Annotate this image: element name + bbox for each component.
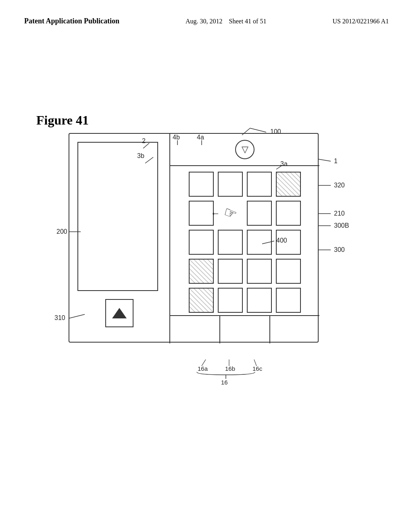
grid-cell-4-3 [247,259,272,284]
grid-cell-2-1 [189,201,214,226]
bottom-bar-16 [170,315,319,343]
grid-cell-1-4-hatched [276,172,301,197]
header-left-text: Patent Application Publication [24,16,119,26]
grid-cell-3-2 [218,230,243,255]
device-outer: ▽ ← ☞ [69,133,319,343]
page-header: Patent Application Publication Aug. 30, … [0,0,413,35]
patent-number-label: US 2012/0221966 A1 [332,18,389,25]
grid-cell-4-1-hatched [189,259,214,284]
hand-pointer-icon: ☞ [221,203,239,223]
grid-cell-1-1 [189,172,214,197]
hand-cell-area: ← ☞ [218,201,243,226]
grid-row-4 [176,259,314,284]
grid-row-5 [176,288,314,313]
bottom-cell-16a [170,316,220,343]
figure-title: Figure 41 [36,113,89,127]
grid-cell-4-4 [276,259,301,284]
grid-cell-4-2 [218,259,243,284]
ref-300B-label: 300B [334,222,349,229]
svg-line-16 [202,360,206,366]
ref-16b-label: 16b [225,365,235,372]
header-center-text: Aug. 30, 2012 Sheet 41 of 51 [186,16,266,27]
grid-cell-2-3 [247,201,272,226]
ref-1-label: 1 [334,158,338,164]
svg-line-18 [254,360,257,366]
ref-16-label: 16 [221,379,228,386]
header-right-text: US 2012/0221966 A1 [332,16,389,27]
grid-cell-5-1-hatched [189,288,214,313]
left-panel-3b [69,134,170,343]
grid-cell-1-3 [247,172,272,197]
grid-row-2-300: ← ☞ [176,201,314,226]
ref-200-label: 200 [56,228,67,235]
left-bottom-button-310 [105,299,133,327]
grid-cell-3-4 [276,230,301,255]
top-section-320: ▽ [170,134,319,166]
sheet-label: Sheet 41 of 51 [229,18,267,25]
bottom-cell-16b [220,316,270,343]
grid-cell-2-4 [276,201,301,226]
ref-16a-label: 16a [198,365,208,372]
grid-section-300: ← ☞ [170,166,319,311]
bottom-cell-16c [270,316,319,343]
down-arrow-icon: ▽ [242,144,248,155]
grid-cell-5-2 [218,288,243,313]
grid-cell-5-3 [247,288,272,313]
left-arrow-icon: ← [211,208,220,219]
svg-line-2 [319,159,331,161]
patent-app-pub-label: Patent Application Publication [24,17,119,25]
right-panel-3a: ▽ ← ☞ [170,134,319,343]
grid-cell-1-2 [218,172,243,197]
ref-16c-label: 16c [252,365,263,372]
figure-label: Figure 41 [36,113,89,128]
grid-cell-5-4 [276,288,301,313]
svg-line-0 [250,128,266,132]
grid-cell-3-1 [189,230,214,255]
grid-cell-3-3 [247,230,272,255]
down-arrow-circle-320: ▽ [235,140,254,159]
ref-210-label: 210 [334,210,345,217]
left-inner-display [77,142,158,291]
ref-300-label: 300 [334,246,345,253]
grid-row-1-210 [176,172,314,197]
ref-320-label: 320 [334,182,345,189]
date-label: Aug. 30, 2012 [186,18,223,25]
grid-row-3 [176,230,314,255]
ref-310-label: 310 [54,314,65,321]
triangle-up-icon [112,308,127,318]
figure-area: Figure 41 ▽ [24,89,387,451]
